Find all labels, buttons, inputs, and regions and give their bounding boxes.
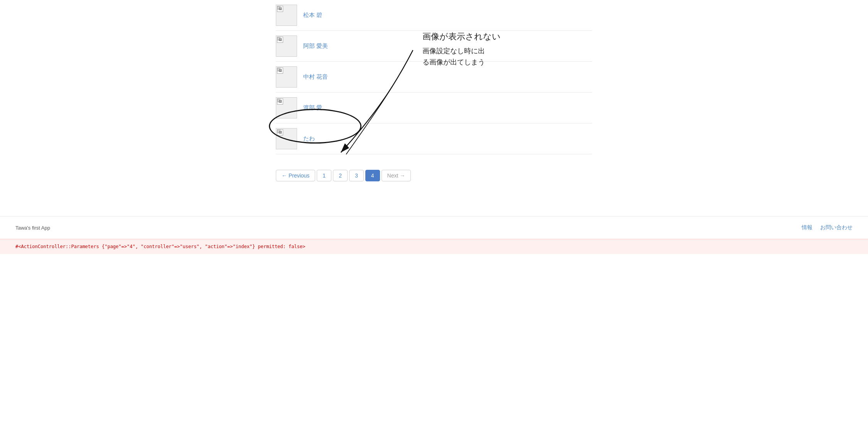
broken-image-icon: 🖼 <box>277 68 283 74</box>
avatar: 🖼 <box>276 97 297 118</box>
next-button[interactable]: Next → <box>382 170 411 181</box>
user-name-link[interactable]: 松本 碧 <box>303 12 322 19</box>
pagination: ← Previous 1 2 3 4 Next → <box>276 170 592 181</box>
footer: Tawa's first App 情報 お問い合わせ <box>0 216 868 239</box>
debug-bar: #<ActionController::Parameters {"page"=>… <box>0 239 868 254</box>
avatar: 🖼 <box>276 36 297 57</box>
avatar: 🖼 <box>276 66 297 88</box>
previous-button[interactable]: ← Previous <box>276 170 315 181</box>
avatar: 🖼 <box>276 5 297 26</box>
annotation-description: 画像設定なし時に出る画像が出てしまう <box>422 46 557 68</box>
user-name-link[interactable]: たわ <box>303 135 315 142</box>
list-item: 🖼 松本 碧 <box>276 0 592 31</box>
broken-image-icon: 🖼 <box>277 37 283 43</box>
user-name-link[interactable]: 渡部 愛 <box>303 104 322 112</box>
broken-image-icon: 🖼 <box>277 6 283 12</box>
info-link[interactable]: 情報 <box>802 224 812 231</box>
list-item: 🖼 たわ <box>276 123 592 154</box>
avatar: 🖼 <box>276 128 297 149</box>
list-item: 🖼 渡部 愛 <box>276 93 592 123</box>
user-list: 🖼 松本 碧 🖼 阿部 愛美 🖼 中村 花音 🖼 <box>276 0 592 154</box>
annotation-title: 画像が表示されない <box>422 31 557 42</box>
annotation-area: 画像が表示されない 画像設定なし時に出る画像が出てしまう <box>422 31 557 68</box>
page-2-button[interactable]: 2 <box>333 170 348 181</box>
user-name-link[interactable]: 阿部 愛美 <box>303 42 328 50</box>
app-name: Tawa's first App <box>15 225 50 231</box>
broken-image-icon: 🖼 <box>277 98 283 105</box>
debug-text: #<ActionController::Parameters {"page"=>… <box>15 244 305 249</box>
footer-links: 情報 お問い合わせ <box>802 224 853 231</box>
page-3-button[interactable]: 3 <box>349 170 364 181</box>
broken-image-icon: 🖼 <box>277 129 283 135</box>
page-4-button[interactable]: 4 <box>365 170 380 181</box>
page-1-button[interactable]: 1 <box>317 170 331 181</box>
contact-link[interactable]: お問い合わせ <box>820 224 853 231</box>
user-name-link[interactable]: 中村 花音 <box>303 73 328 81</box>
